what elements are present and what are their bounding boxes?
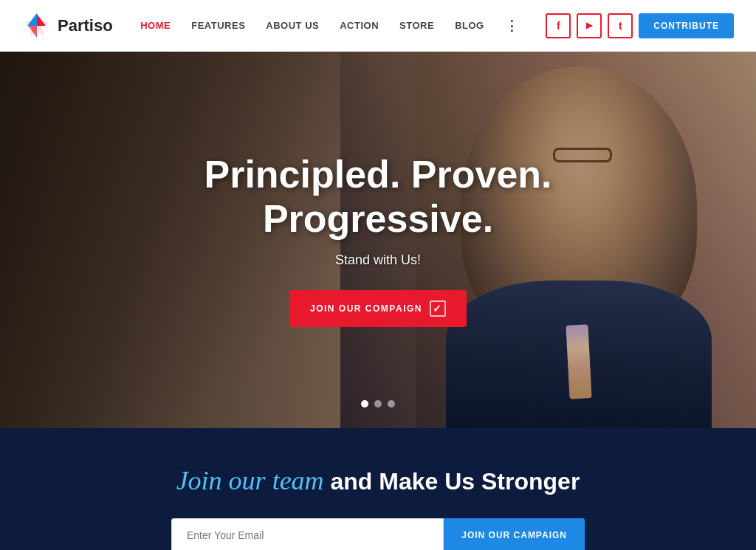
hero-subtext: Stand with Us! xyxy=(204,252,551,268)
nav-home[interactable]: HOME xyxy=(140,20,171,31)
contribute-button[interactable]: CONTRIBUTE xyxy=(639,13,734,38)
hero-cta-button[interactable]: JOIN OUR COMPAIGN ✓ xyxy=(289,290,467,327)
main-nav: HOME FEATURES ABOUT US ACTION STORE BLOG… xyxy=(140,18,518,34)
slide-dot-2[interactable] xyxy=(374,400,382,408)
bottom-section: Join our team and Make Us Stronger JOIN … xyxy=(0,428,756,550)
email-input[interactable] xyxy=(171,518,444,550)
nav-about[interactable]: ABOUT US xyxy=(266,20,319,31)
hero-headline: Principled. Proven. Progressive. xyxy=(204,153,551,241)
logo-icon xyxy=(22,11,52,41)
bottom-heading-script: Join our team xyxy=(176,466,324,495)
header-right: f ▶ t CONTRIBUTE xyxy=(546,13,734,38)
nav-action[interactable]: ACTION xyxy=(340,20,379,31)
logo-text: Partiso xyxy=(58,16,113,35)
slide-dot-3[interactable] xyxy=(388,400,395,408)
facebook-button[interactable]: f xyxy=(546,13,571,38)
logo[interactable]: Partiso xyxy=(22,11,113,41)
hero-dots xyxy=(361,400,395,408)
nav-more-icon[interactable]: ⋮ xyxy=(505,18,518,34)
header: Partiso HOME FEATURES ABOUT US ACTION ST… xyxy=(0,0,756,52)
bottom-heading-normal: and Make Us Stronger xyxy=(331,468,580,495)
twitter-button[interactable]: t xyxy=(608,13,633,38)
join-campaign-button[interactable]: JOIN OUR CAMPAIGN xyxy=(444,518,585,550)
checkbox-icon: ✓ xyxy=(430,300,446,317)
svg-marker-3 xyxy=(28,26,37,38)
email-form-row: JOIN OUR CAMPAIGN xyxy=(171,518,585,550)
youtube-button[interactable]: ▶ xyxy=(577,13,602,38)
hero-content: Principled. Proven. Progressive. Stand w… xyxy=(204,153,551,328)
nav-features[interactable]: FEATURES xyxy=(191,20,245,31)
nav-blog[interactable]: BLOG xyxy=(455,20,484,31)
hero-section: Principled. Proven. Progressive. Stand w… xyxy=(0,52,756,428)
slide-dot-1[interactable] xyxy=(361,400,368,408)
hero-cta-label: JOIN OUR COMPAIGN xyxy=(310,303,422,314)
bottom-heading: Join our team and Make Us Stronger xyxy=(22,465,734,496)
nav-store[interactable]: STORE xyxy=(399,20,434,31)
